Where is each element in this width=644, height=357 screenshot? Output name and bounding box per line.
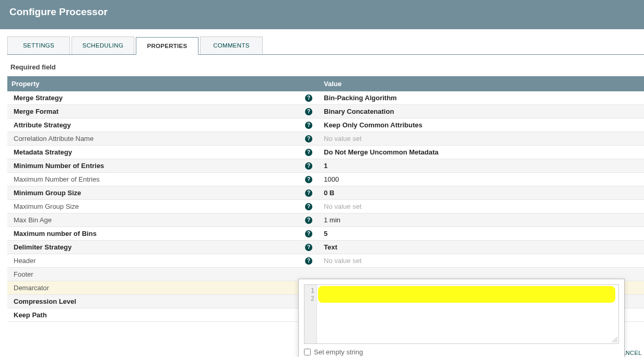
property-name: Footer: [14, 270, 33, 278]
property-value-cell[interactable]: 1000: [320, 173, 644, 186]
property-name-cell: Demarcator: [7, 281, 320, 294]
tab-scheduling[interactable]: SCHEDULING: [72, 37, 134, 54]
code-editor[interactable]: 12: [304, 284, 619, 322]
property-name: Correlation Attribute Name: [14, 135, 93, 142]
help-icon[interactable]: ?: [305, 162, 312, 170]
table-row[interactable]: Maximum number of Bins?5: [7, 227, 644, 241]
help-icon[interactable]: ?: [305, 217, 312, 224]
table-row[interactable]: Merge Strategy?Bin-Packing Algorithm: [7, 91, 644, 105]
property-value-cell[interactable]: Bin-Packing Algorithm: [320, 91, 644, 104]
dialog-title: Configure Processor: [9, 6, 108, 17]
tab-comments[interactable]: COMMENTS: [200, 37, 263, 54]
table-row[interactable]: Merge Format?Binary Concatenation: [7, 105, 644, 118]
help-icon[interactable]: ?: [305, 108, 312, 115]
property-name-cell: Minimum Group Size?: [7, 186, 320, 199]
property-name-cell: Delimiter Strategy?: [7, 241, 320, 254]
dialog-header: Configure Processor: [0, 0, 644, 29]
property-value-cell[interactable]: Binary Concatenation: [320, 105, 644, 118]
property-value-cell[interactable]: No value set: [320, 254, 644, 267]
table-row[interactable]: Correlation Attribute Name?No value set: [7, 132, 644, 146]
property-value-cell[interactable]: 0 B: [320, 186, 644, 199]
property-value-cell[interactable]: No value set: [320, 132, 644, 145]
property-value-cell[interactable]: [320, 272, 644, 277]
table-row[interactable]: Maximum Number of Entries?1000: [7, 173, 644, 186]
property-name-cell: Minimum Number of Entries?: [7, 159, 320, 172]
property-name: Minimum Group Size: [14, 189, 81, 197]
property-value-cell[interactable]: 1: [320, 159, 644, 172]
property-name: Maximum number of Bins: [14, 230, 97, 237]
editor-gutter: 12: [305, 285, 317, 322]
property-name-cell: Max Bin Age?: [7, 213, 320, 227]
property-name: Demarcator: [14, 284, 49, 292]
property-name: Merge Format: [14, 108, 58, 115]
value-editor-popup: 12 Set empty string: [298, 279, 625, 322]
table-row[interactable]: Attribute Strategy?Keep Only Common Attr…: [7, 118, 644, 132]
property-name-cell: Keep Path: [7, 308, 320, 322]
property-name: Metadata Strategy: [14, 148, 72, 156]
help-icon[interactable]: ?: [305, 244, 312, 251]
col-property: Property: [7, 76, 320, 91]
property-value-cell[interactable]: Text: [320, 241, 644, 254]
property-name-cell: Metadata Strategy?: [7, 146, 320, 159]
table-row[interactable]: Max Bin Age?1 min: [7, 213, 644, 227]
table-row[interactable]: Maximum Group Size?No value set: [7, 200, 644, 213]
help-icon[interactable]: ?: [305, 189, 312, 197]
help-icon[interactable]: ?: [305, 203, 312, 210]
help-icon[interactable]: ?: [305, 230, 312, 237]
property-value-cell[interactable]: No value set: [320, 200, 644, 213]
property-name: Maximum Number of Entries: [14, 175, 100, 183]
property-name-cell: Header?: [7, 254, 320, 267]
property-name: Header: [14, 257, 36, 265]
help-icon[interactable]: ?: [305, 135, 312, 142]
required-field-label: Required field: [10, 63, 644, 71]
property-name: Merge Strategy: [14, 94, 63, 102]
property-value-cell[interactable]: 1 min: [320, 213, 644, 227]
property-name: Compression Level: [14, 298, 76, 305]
tab-bar: SETTINGSSCHEDULINGPROPERTIESCOMMENTS: [7, 37, 644, 55]
property-name-cell: Attribute Strategy?: [7, 118, 320, 132]
tab-bar-spacer: [264, 37, 644, 54]
property-name: Delimiter Strategy: [14, 243, 72, 251]
tab-settings[interactable]: SETTINGS: [7, 37, 70, 54]
property-name-cell: Maximum Group Size?: [7, 200, 320, 213]
table-row[interactable]: Header?No value set: [7, 254, 644, 268]
property-name-cell: Footer: [7, 268, 320, 281]
property-value-cell[interactable]: Keep Only Common Attributes: [320, 118, 644, 132]
col-value: Value: [320, 76, 644, 91]
property-name-cell: Correlation Attribute Name?: [7, 132, 320, 145]
property-name: Attribute Strategy: [14, 121, 71, 129]
property-name: Max Bin Age: [14, 216, 52, 224]
gutter-line: 1: [307, 287, 314, 295]
property-name-cell: Maximum number of Bins?: [7, 227, 320, 240]
tab-properties[interactable]: PROPERTIES: [136, 37, 198, 55]
help-icon[interactable]: ?: [305, 176, 312, 183]
gutter-line: 2: [307, 295, 314, 303]
help-icon[interactable]: ?: [305, 94, 312, 102]
editor-area[interactable]: [317, 285, 618, 322]
property-name: Maximum Group Size: [14, 203, 79, 210]
table-row[interactable]: Minimum Number of Entries?1: [7, 159, 644, 173]
table-row[interactable]: Minimum Group Size?0 B: [7, 186, 644, 200]
property-value-cell[interactable]: Do Not Merge Uncommon Metadata: [320, 146, 644, 159]
property-name-cell: Merge Format?: [7, 105, 320, 118]
help-icon[interactable]: ?: [305, 122, 312, 129]
property-name-cell: Merge Strategy?: [7, 91, 320, 104]
highlight-marker: [318, 286, 615, 303]
property-name-cell: Compression Level: [7, 295, 320, 308]
table-row[interactable]: Metadata Strategy?Do Not Merge Uncommon …: [7, 146, 644, 159]
help-icon[interactable]: ?: [305, 149, 312, 156]
help-icon[interactable]: ?: [305, 257, 312, 265]
table-row[interactable]: Delimiter Strategy?Text: [7, 241, 644, 254]
property-value-cell[interactable]: 5: [320, 227, 644, 240]
table-header: Property Value: [7, 76, 644, 91]
property-name-cell: Maximum Number of Entries?: [7, 173, 320, 186]
property-name: Minimum Number of Entries: [14, 162, 104, 170]
property-name: Keep Path: [14, 311, 47, 319]
